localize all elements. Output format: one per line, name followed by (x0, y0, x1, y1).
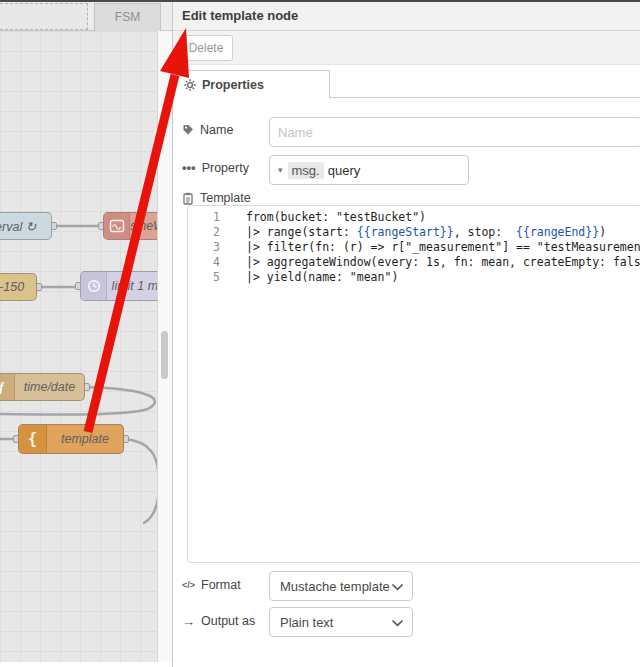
property-prefix[interactable]: msg. (288, 162, 324, 179)
flow-tab-placeholder[interactable] (0, 3, 88, 30)
name-label: Name (200, 123, 233, 137)
template-row: Template (182, 190, 251, 206)
property-row: ••• Property (182, 160, 249, 176)
arrow-right-icon: → (182, 614, 195, 629)
tab-properties-label: Properties (202, 78, 264, 92)
property-typed-input[interactable]: ▾ msg. (269, 155, 469, 185)
node-sinewave-label: sineWave (130, 219, 158, 233)
node-timedate[interactable]: f time/date (0, 373, 85, 401)
delete-button[interactable]: Delete (179, 35, 233, 61)
output-select[interactable]: Plain text (269, 607, 413, 637)
editor-code[interactable]: from(bucket: "testBucket")|> range(start… (232, 206, 640, 562)
tab-underline (330, 97, 640, 98)
edit-template-dialog: Edit template node Delete Properties (172, 2, 640, 667)
node-interval[interactable]: interval ↻ (0, 212, 52, 240)
dialog-title: Edit template node (173, 2, 640, 31)
canvas-scrollbar-thumb[interactable] (161, 331, 168, 379)
flow-workspace: FSM interval ↻ (0, 2, 172, 667)
output-select-value: Plain text (280, 615, 333, 630)
template-label: Template (200, 191, 251, 205)
property-label: Property (202, 161, 249, 175)
gear-icon (184, 79, 196, 91)
chevron-down-icon (392, 620, 403, 627)
node-timedate-label: time/date (15, 380, 84, 394)
format-row: </> Format (182, 577, 241, 593)
name-input[interactable] (269, 117, 640, 147)
template-code-editor[interactable]: 12345 from(bucket: "testBucket")|> range… (187, 205, 640, 563)
format-label: Format (201, 578, 241, 592)
editor-gutter: 12345 (188, 206, 232, 562)
node-s150[interactable]: s-150 (0, 273, 37, 301)
curly-brace-icon: { (19, 425, 47, 453)
node-interval-label: interval ↻ (0, 219, 51, 234)
flow-tab-fsm[interactable]: FSM (94, 3, 161, 31)
tag-icon (182, 124, 194, 136)
format-select[interactable]: Mustache template (269, 571, 413, 601)
timer-icon (81, 272, 107, 300)
node-template[interactable]: { template (18, 424, 124, 454)
property-value-input[interactable] (328, 163, 468, 178)
clipboard-icon (182, 192, 194, 205)
wires (0, 31, 158, 662)
canvas-scrollbar[interactable] (158, 31, 172, 662)
output-label: Output as (201, 614, 255, 628)
node-limit-label: limit 1 ms (107, 279, 158, 293)
function-icon: f (0, 374, 15, 400)
code-brackets-icon: </> (182, 580, 195, 590)
node-limit[interactable]: limit 1 ms (80, 271, 158, 301)
format-select-value: Mustache template (280, 579, 390, 594)
chevron-down-icon[interactable]: ▾ (278, 165, 283, 175)
tab-properties[interactable]: Properties (173, 70, 330, 98)
flow-canvas[interactable]: interval ↻ sineWave s-150 limit 1 ms (0, 31, 158, 662)
ellipsis-icon: ••• (182, 164, 196, 172)
node-s150-label: s-150 (0, 280, 36, 294)
name-row: Name (182, 122, 233, 138)
screen: FSM interval ↻ (0, 0, 640, 667)
flow-tabbar: FSM (0, 2, 172, 31)
sine-wave-icon (104, 213, 130, 239)
node-sinewave[interactable]: sineWave (103, 212, 158, 240)
node-template-label: template (47, 432, 123, 446)
dialog-toolbar: Delete (173, 31, 640, 65)
chevron-down-icon (392, 584, 403, 591)
output-row: → Output as (182, 613, 255, 629)
